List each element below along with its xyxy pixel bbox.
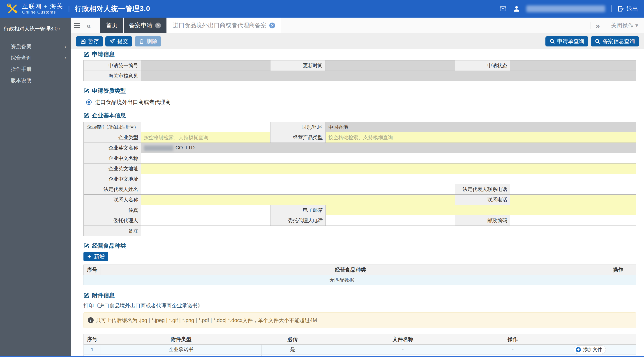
logout-button[interactable]: 退出: [618, 5, 638, 13]
close-operations-dropdown[interactable]: 关闭操作 ▾: [605, 18, 644, 33]
company-type-input[interactable]: [141, 132, 270, 142]
application-query-button[interactable]: 申请单查询: [546, 36, 588, 46]
edit-icon: [84, 243, 90, 249]
section-title-text: 经营食品种类: [92, 242, 126, 250]
tab-imported-food-exporter-record[interactable]: 进口食品境外出口商或者代理商备案 ✕: [167, 18, 281, 33]
attach-col-operation: 操作: [482, 334, 544, 344]
mail-icon[interactable]: [499, 5, 507, 13]
add-file-label: 添加文件: [583, 346, 602, 353]
main-area: « 首页 备案申请 ✕ 进口食品境外出口商或者代理商备案 ✕: [71, 18, 644, 357]
remark-input[interactable]: [141, 226, 636, 236]
agent-phone-label: 委托代理人电话: [270, 215, 326, 226]
save-draft-button[interactable]: 暂存: [76, 36, 103, 46]
sidebar-item-operation-manual[interactable]: 操作手册: [0, 63, 71, 75]
fax-input[interactable]: [141, 205, 270, 215]
logout-icon: [618, 6, 624, 12]
close-icon[interactable]: ✕: [269, 22, 275, 28]
brand-logo: 互联网 + 海关 Online Customs: [6, 2, 63, 15]
sidebar-title[interactable]: 行政相对人统一管理3.0 ‹: [0, 18, 71, 32]
sidebar-item-version-notes[interactable]: 版本说明: [0, 75, 71, 86]
table-row: 1 企业承诺书 是 - - 添加文件: [84, 344, 636, 355]
email-input[interactable]: [326, 205, 636, 215]
attach-col-filename: 文件名称: [324, 334, 482, 344]
agent-input[interactable]: [141, 216, 270, 226]
sidebar-item-qualification-record[interactable]: 资质备案 ‹: [0, 41, 71, 52]
contact-name-input[interactable]: [141, 195, 455, 205]
tab-label: 进口食品境外出口商或者代理商备案: [173, 22, 266, 29]
contact-phone-input[interactable]: [510, 195, 636, 205]
record-info-query-button[interactable]: 备案信息查询: [591, 36, 639, 46]
company-english-address-label: 企业英文地址: [84, 164, 141, 174]
customs-opinion-value: [141, 71, 636, 81]
tab-record-application[interactable]: 备案申请 ✕: [124, 18, 166, 33]
company-code-input[interactable]: [141, 122, 270, 132]
company-english-address-input[interactable]: [141, 164, 636, 174]
chevron-left-icon: ‹: [64, 44, 66, 49]
edit-icon: [84, 51, 90, 57]
tabs: 首页 备案申请 ✕ 进口食品境外出口商或者代理商备案 ✕: [100, 18, 282, 33]
section-title-text: 附件信息: [92, 292, 114, 299]
section-title-text: 申请信息: [92, 50, 114, 58]
food-categories-table: 序号 经营食品种类 操作 无匹配数据: [84, 264, 636, 285]
submit-label: 提交: [117, 38, 128, 45]
application-query-label: 申请单查询: [557, 38, 584, 45]
header-divider: [611, 6, 612, 12]
qualification-radio-option[interactable]: 进口食品境外出口商或者代理商: [86, 98, 636, 106]
sidebar-toggle-button[interactable]: [71, 18, 83, 33]
tabs-scroll-right-button[interactable]: »: [590, 22, 605, 29]
app-title: 行政相对人统一管理3.0: [75, 4, 150, 14]
attach-row-no: 1: [84, 344, 101, 355]
toolbar: 暂存 提交 删除: [71, 34, 644, 49]
legal-representative-name-label: 法定代表人姓名: [84, 184, 141, 194]
brand-text: 互联网 + 海关 Online Customs: [22, 3, 63, 15]
company-basic-info-table: 企业编码（所在国注册号） 国别/地区 中国香港 企业类型 经营产品类型 企业英文…: [84, 122, 636, 236]
legal-representative-name-input[interactable]: [141, 184, 455, 194]
legal-representative-phone-input[interactable]: [510, 184, 636, 194]
delete-button[interactable]: 删除: [135, 36, 161, 46]
section-title-attachment-info: 附件信息: [84, 292, 636, 299]
company-chinese-name-input[interactable]: [141, 153, 636, 163]
company-english-name-value: CO.,LTD: [141, 143, 636, 153]
radio-selected-icon[interactable]: [86, 100, 92, 105]
product-type-input[interactable]: [326, 132, 636, 142]
update-time-label: 更新时间: [270, 60, 326, 71]
attach-row-required: 是: [262, 344, 324, 355]
company-name-redacted: [144, 146, 173, 151]
postcode-input[interactable]: [510, 216, 636, 226]
tab-label: 首页: [106, 22, 118, 29]
tab-label: 备案申请: [129, 22, 152, 29]
tab-home[interactable]: 首页: [100, 18, 123, 33]
attach-col-no: 序号: [84, 334, 101, 344]
application-status-label: 申请状态: [455, 60, 510, 71]
user-icon[interactable]: [513, 5, 520, 13]
contact-phone-label: 联系电话: [455, 194, 510, 205]
sidebar-item-label: 版本说明: [11, 77, 32, 84]
header-separator: |: [68, 5, 70, 13]
attach-col-action: [544, 334, 636, 344]
add-file-button[interactable]: 添加文件: [574, 346, 606, 354]
tabstrip-right-controls: » 关闭操作 ▾: [590, 18, 644, 33]
close-icon[interactable]: ✕: [155, 22, 161, 28]
company-chinese-address-label: 企业中文地址: [84, 174, 141, 184]
add-food-category-button[interactable]: 新增: [84, 252, 108, 262]
company-type-label: 企业类型: [84, 132, 141, 143]
tabs-scroll-left-button[interactable]: «: [83, 18, 94, 33]
company-chinese-address-input[interactable]: [141, 174, 636, 184]
info-icon: i: [88, 317, 94, 323]
email-label: 电子邮箱: [270, 205, 326, 215]
company-code-label: 企业编码（所在国注册号）: [84, 122, 141, 132]
section-title-food-categories: 经营食品种类: [84, 242, 636, 250]
fax-label: 传真: [84, 205, 141, 215]
add-food-category-label: 新增: [94, 253, 105, 260]
sidebar-menu: 资质备案 ‹ 综合查询 ‹ 操作手册 版本说明: [0, 41, 71, 86]
sidebar-item-comprehensive-query[interactable]: 综合查询 ‹: [0, 52, 71, 63]
submit-button[interactable]: 提交: [105, 36, 132, 46]
section-title-application-info: 申请信息: [84, 50, 636, 58]
print-commitment-letter-link[interactable]: 打印《进口食品境外出口商或者代理商企业承诺书》: [84, 302, 636, 309]
brand-line1: 互联网 + 海关: [22, 3, 63, 10]
application-no-label: 申请统一编号: [84, 60, 141, 71]
food-empty-state: 无匹配数据: [84, 275, 600, 285]
record-info-query-label: 备案信息查询: [602, 38, 635, 45]
agent-phone-input[interactable]: [326, 216, 455, 226]
chevron-left-icon: ‹: [58, 26, 60, 31]
